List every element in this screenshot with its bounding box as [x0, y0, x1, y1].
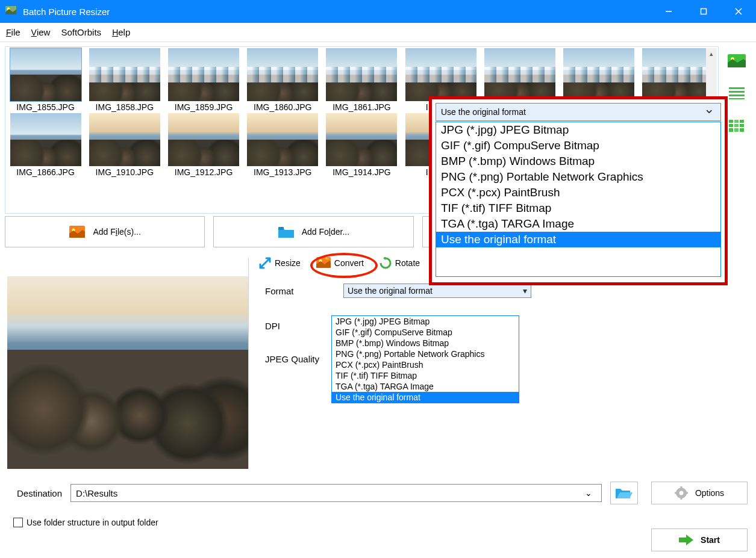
app-icon	[5, 5, 17, 17]
scroll-up-icon[interactable]: ▴	[706, 48, 717, 59]
add-folder-label: Add Folder...	[302, 227, 349, 237]
thumbnail-label: IMG_1913.JPG	[254, 166, 312, 177]
svg-rect-14	[740, 120, 744, 132]
svg-rect-8	[729, 87, 745, 89]
destination-input[interactable]	[70, 484, 602, 502]
close-button[interactable]	[721, 0, 756, 23]
thumbnail-item[interactable]: IMG_1866.JPG	[7, 113, 84, 177]
svg-rect-19	[278, 227, 284, 230]
thumbnail-item[interactable]: IMG_1855.JPG	[7, 48, 84, 112]
svg-rect-27	[680, 497, 682, 500]
tab-resize[interactable]: Resize	[259, 257, 301, 269]
rotate-icon	[380, 257, 392, 269]
menu-softorbits[interactable]: SoftOrbits	[61, 27, 101, 37]
minimize-button[interactable]	[651, 0, 686, 23]
resize-icon	[259, 257, 271, 269]
format-option[interactable]: JPG (*.jpg) JPEG Bitmap	[332, 316, 519, 327]
thumbnail-label: IMG_1860.JPG	[254, 101, 312, 112]
titlebar: Batch Picture Resizer	[0, 0, 756, 23]
format-label: Format	[265, 286, 343, 296]
svg-rect-29	[686, 492, 688, 494]
folder-icon	[278, 225, 295, 238]
format-option[interactable]: PCX (*.pcx) PaintBrush	[436, 185, 720, 200]
destination-label: Destination	[17, 488, 62, 498]
view-thumbnails-icon[interactable]	[722, 47, 751, 75]
window-title: Batch Picture Resizer	[23, 7, 110, 17]
format-option[interactable]: TGA (*.tga) TARGA Image	[436, 216, 720, 232]
start-arrow-icon	[679, 535, 693, 545]
format-option[interactable]: Use the original format	[332, 392, 519, 403]
chevron-down-icon[interactable]: ⌄	[583, 484, 595, 502]
format-combo[interactable]: Use the original format	[343, 284, 531, 298]
format-option[interactable]: BMP (*.bmp) Windows Bitmap	[436, 153, 720, 169]
format-option[interactable]: PCX (*.pcx) PaintBrush	[332, 359, 519, 370]
add-files-label: Add File(s)...	[93, 227, 140, 237]
svg-point-25	[679, 491, 683, 495]
add-folder-button[interactable]: Add Folder...	[213, 216, 413, 247]
format-option[interactable]: GIF (*.gif) CompuServe Bitmap	[436, 138, 720, 153]
thumbnail-label: IMG_1859.JPG	[175, 101, 233, 112]
format-option[interactable]: GIF (*.gif) CompuServe Bitmap	[332, 327, 519, 338]
preview-image	[7, 276, 248, 469]
folder-structure-label: Use folder structure in output folder	[27, 518, 158, 527]
thumbnail-item[interactable]: IMG_1858.JPG	[86, 48, 163, 112]
format-option[interactable]: JPG (*.jpg) JPEG Bitmap	[436, 122, 720, 138]
menubar: File View SoftOrbits Help	[0, 23, 756, 42]
format-option[interactable]: Use the original format	[436, 232, 720, 247]
browse-folder-button[interactable]	[610, 482, 638, 504]
menu-help[interactable]: Help	[112, 27, 130, 37]
thumbnail-item[interactable]: IMG_1912.JPG	[164, 113, 242, 177]
format-combo-large[interactable]: Use the original format	[436, 103, 721, 121]
format-dropdown-callout: Use the original format JPG (*.jpg) JPEG…	[429, 96, 728, 285]
thumbnail-item[interactable]: IMG_1860.JPG	[244, 48, 322, 112]
tab-convert[interactable]: Convert	[316, 257, 364, 269]
thumbnail-label: IMG_1912.JPG	[175, 166, 233, 177]
svg-rect-10	[729, 95, 745, 96]
svg-rect-12	[729, 120, 733, 132]
thumbnail-label: IMG_1910.JPG	[96, 166, 154, 177]
thumbnail-label: IMG_1858.JPG	[96, 101, 154, 112]
thumbnail-label: IMG_1914.JPG	[333, 166, 391, 177]
thumbnail-item[interactable]: IMG_1859.JPG	[164, 48, 242, 112]
menu-view[interactable]: View	[31, 27, 51, 37]
svg-rect-3	[701, 9, 707, 14]
format-option[interactable]: PNG (*.png) Portable Network Graphics	[332, 349, 519, 359]
thumbnail-item[interactable]: IMG_1913.JPG	[244, 113, 322, 177]
svg-rect-28	[675, 492, 677, 494]
add-files-button[interactable]: Add File(s)...	[5, 216, 205, 247]
thumbnail-item[interactable]: IMG_1914.JPG	[323, 113, 401, 177]
format-option[interactable]: TIF (*.tif) TIFF Bitmap	[436, 200, 720, 216]
thumbnail-label: IMG_1861.JPG	[333, 101, 391, 112]
picture-icon	[69, 225, 86, 238]
tab-rotate[interactable]: Rotate	[380, 257, 420, 269]
thumbnail-item[interactable]: IMG_1910.JPG	[86, 113, 163, 177]
start-button[interactable]: Start	[651, 529, 748, 551]
folder-open-icon	[616, 486, 633, 500]
format-dropdown-list-large[interactable]: JPG (*.jpg) JPEG BitmapGIF (*.gif) Compu…	[436, 122, 721, 277]
thumbnail-label: IMG_1866.JPG	[16, 166, 75, 177]
thumbnail-label: IMG_1855.JPG	[16, 101, 75, 112]
format-option[interactable]: PNG (*.png) Portable Network Graphics	[436, 169, 720, 185]
format-dropdown-list[interactable]: JPG (*.jpg) JPEG BitmapGIF (*.gif) Compu…	[331, 315, 519, 403]
svg-rect-11	[729, 98, 745, 99]
format-option[interactable]: TIF (*.tif) TIFF Bitmap	[332, 370, 519, 381]
folder-structure-checkbox[interactable]	[13, 518, 23, 527]
thumbnail-item[interactable]: IMG_1861.JPG	[323, 48, 401, 112]
maximize-button[interactable]	[686, 0, 721, 23]
gear-icon	[675, 486, 688, 500]
svg-rect-13	[734, 120, 739, 132]
options-button[interactable]: Options	[651, 482, 748, 504]
svg-rect-9	[729, 91, 745, 93]
format-option[interactable]: BMP (*.bmp) Windows Bitmap	[332, 338, 519, 349]
menu-file[interactable]: File	[6, 27, 20, 37]
svg-rect-26	[680, 486, 682, 489]
convert-icon	[316, 257, 331, 269]
format-option[interactable]: TGA (*.tga) TARGA Image	[332, 381, 519, 392]
